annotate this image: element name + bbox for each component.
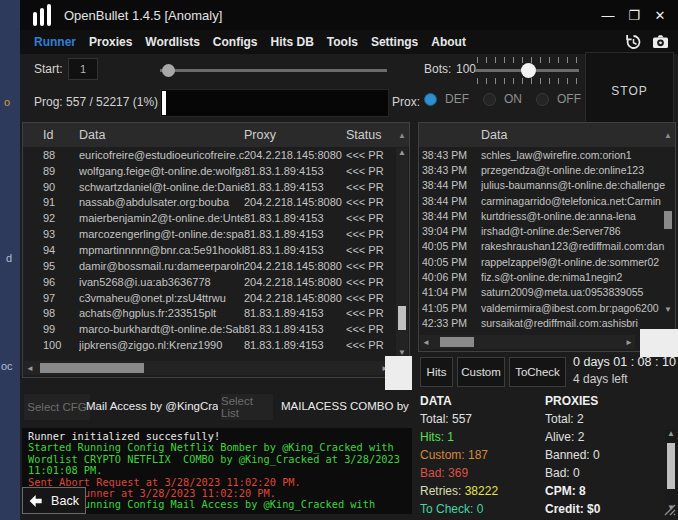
select-config-button[interactable]: Select CFG (24, 394, 90, 420)
table-row[interactable]: 90schwartzdaniel@t-online.de:DanieL81.83… (23, 179, 395, 195)
table-row[interactable]: 91nassab@abdulsater.org:bouba204.2.218.1… (23, 195, 395, 211)
hit-row[interactable]: 40:05 PMrakeshraushan123@rediffmail.com:… (419, 239, 665, 254)
proxy-mode-radio-def[interactable] (424, 93, 437, 106)
scrollbar-thumb[interactable] (664, 211, 672, 229)
results-table-header[interactable]: Id Data Proxy Status ▲ (23, 123, 409, 147)
scrollbar-thumb[interactable] (667, 443, 675, 489)
hit-row[interactable]: 40:05 PMrappelzappel9@t-online.de:sommer… (419, 254, 665, 269)
column-id[interactable]: Id (43, 128, 79, 142)
hit-row[interactable]: 38:44 PMkurtdriess@t-online.de:anna-lena (419, 208, 665, 223)
menu-item-about[interactable]: About (431, 35, 466, 49)
cell-id: 88 (43, 149, 79, 161)
slider-thumb[interactable] (521, 63, 536, 78)
hit-row[interactable]: 41:05 PMvaldemirmira@ibest.com.br:pago62… (419, 300, 665, 315)
menu-item-tools[interactable]: Tools (327, 35, 358, 49)
maximize-button[interactable]: ❐ (624, 5, 644, 25)
menu-item-wordlists[interactable]: Wordlists (145, 35, 199, 49)
table-row[interactable]: 96ivan5268@i.ua:ab3636778204.2.218.145:8… (23, 274, 395, 290)
bots-value: 100 (456, 62, 476, 76)
table-row[interactable]: 100jipkrens@ziggo.nl:Krenz199081.83.1.89… (23, 337, 395, 353)
cell-status: <<< PR (346, 181, 395, 193)
table-row[interactable]: 98achats@hgplus.fr:233515plt81.83.1.89:4… (23, 305, 395, 321)
scrollbar-thumb[interactable] (40, 363, 144, 373)
hit-row[interactable]: 38:43 PMprzegendza@t-online.de:online123 (419, 162, 665, 177)
results-vertical-scrollbar[interactable]: ▲ ▼ (396, 148, 408, 358)
sort-arrow-icon[interactable]: ▲ (398, 131, 406, 140)
hit-row[interactable]: 38:44 PMcarminagarrido@telefonica.net:Ca… (419, 193, 665, 208)
hit-row[interactable]: 38:44 PMjulius-baumanns@t-online.de:chal… (419, 178, 665, 193)
hits-table-header[interactable]: Data ▲ (419, 123, 675, 147)
sort-arrow-icon[interactable]: ▲ (664, 131, 672, 140)
scroll-left-icon[interactable]: ◄ (26, 364, 34, 373)
history-icon[interactable] (624, 33, 643, 51)
title-bar[interactable]: OpenBullet 1.4.5 [Anomaly] — ❐ ✕ (20, 0, 678, 30)
slider-thumb[interactable] (162, 64, 175, 77)
close-button[interactable]: ✕ (650, 5, 670, 25)
hit-row[interactable]: 38:43 PMschles_law@wirefire.com:orion1 (419, 147, 665, 162)
select-list-button[interactable]: Select List (221, 394, 273, 420)
scroll-down-icon[interactable]: ▼ (664, 305, 672, 314)
results-horizontal-scrollbar[interactable]: ◄ ► (24, 361, 391, 375)
cell-id: 96 (43, 276, 79, 288)
scrollbar-thumb[interactable] (440, 337, 474, 347)
table-row[interactable]: 97c3vmaheu@onet.pl:zsU4ttrwu204.2.218.14… (23, 290, 395, 306)
bots-slider[interactable] (475, 56, 579, 84)
cell-proxy: 81.83.1.89:4153 (244, 212, 346, 224)
cell-proxy: 81.83.1.89:4153 (244, 339, 346, 351)
camera-icon[interactable] (651, 33, 670, 51)
cell-time: 38:43 PM (422, 149, 481, 161)
column-proxy[interactable]: Proxy (244, 128, 346, 142)
minimize-button[interactable]: — (598, 5, 618, 25)
proxy-mode-radio-on[interactable] (483, 93, 496, 106)
menu-item-runner[interactable]: Runner (34, 35, 76, 49)
proxy-mode-radio-off[interactable] (536, 93, 549, 106)
scroll-right-icon[interactable]: ► (625, 338, 633, 347)
cell-data: ivan5268@i.ua:ab3636778 (79, 276, 244, 288)
table-row[interactable]: 88euricofreire@estudioeuricofreire.com20… (23, 147, 395, 163)
start-slider[interactable] (160, 56, 387, 84)
hit-row[interactable]: 41:04 PMsaturn2009@meta.ua:0953839055 (419, 285, 665, 300)
hits-horizontal-scrollbar[interactable]: ◄ ► (420, 335, 635, 349)
hit-row[interactable]: 42:33 PMsursaikat@rediffmail.com:ashisbr… (419, 315, 665, 330)
column-data[interactable]: Data (481, 128, 507, 142)
results-table: Id Data Proxy Status ▲ 88euricofreire@es… (22, 122, 410, 378)
hits-button[interactable]: Hits (420, 357, 453, 387)
table-row[interactable]: 99marco-burkhardt@t-online.de:Sabri81.83… (23, 321, 395, 337)
stat-row: Total: 557 (420, 410, 498, 428)
stat-row: CPM: 8 (545, 482, 600, 500)
cell-data: jipkrens@ziggo.nl:Krenz1990 (79, 339, 244, 351)
table-row[interactable]: 93marcozengerling@t-online.de:spart81.83… (23, 226, 395, 242)
log-scrollbar[interactable]: ▲ ▼ (665, 429, 677, 513)
table-row[interactable]: 92maierbenjamin2@t-online.de:Unterl81.83… (23, 210, 395, 226)
log-line: 11:01:08 PM. (28, 465, 394, 476)
resize-grip[interactable] (663, 503, 676, 516)
menu-item-proxies[interactable]: Proxies (89, 35, 132, 49)
scroll-left-icon[interactable]: ◄ (422, 338, 430, 347)
custom-button[interactable]: Custom (457, 357, 505, 387)
stop-button[interactable]: STOP (585, 52, 674, 129)
stat-label: Alive: (545, 430, 578, 444)
menu-item-hits-db[interactable]: Hits DB (270, 35, 313, 49)
back-button[interactable]: Back (22, 487, 86, 514)
scrollbar-thumb[interactable] (398, 306, 406, 330)
stat-value: 0 (477, 502, 484, 516)
cell-id: 93 (43, 228, 79, 240)
stat-value: 0 (573, 466, 580, 480)
cell-data: kurtdriess@t-online.de:anna-lena (481, 210, 665, 222)
table-row[interactable]: 95damir@bossmail.ru:dameerparolnev204.2.… (23, 258, 395, 274)
menu-item-configs[interactable]: Configs (213, 35, 258, 49)
tocheck-button[interactable]: ToCheck (509, 357, 566, 387)
menu-item-settings[interactable]: Settings (371, 35, 418, 49)
table-row[interactable]: 89wolfgang.feige@t-online.de:wolfgar81.8… (23, 163, 395, 179)
cell-time: 40:05 PM (422, 256, 481, 268)
hits-table-body: 38:43 PMschles_law@wirefire.com:orion138… (419, 147, 665, 333)
hit-row[interactable]: 39:04 PMirshad@t-online.de:Server786 (419, 223, 665, 238)
column-data[interactable]: Data (79, 128, 244, 142)
start-input[interactable] (68, 58, 98, 80)
scroll-up-icon[interactable]: ▲ (396, 148, 408, 158)
proxy-mode-label-off: OFF (557, 92, 581, 106)
table-row[interactable]: 94mpmartinnnnn@bnr.ca:5e91hookka81.83.1.… (23, 242, 395, 258)
hit-row[interactable]: 40:06 PMfiz.s@t-online.de:nima1negin2 (419, 269, 665, 284)
timer-elapsed: 0 days 01 : 08 : 10 (573, 355, 676, 369)
scroll-up-icon[interactable]: ▲ (665, 429, 677, 439)
